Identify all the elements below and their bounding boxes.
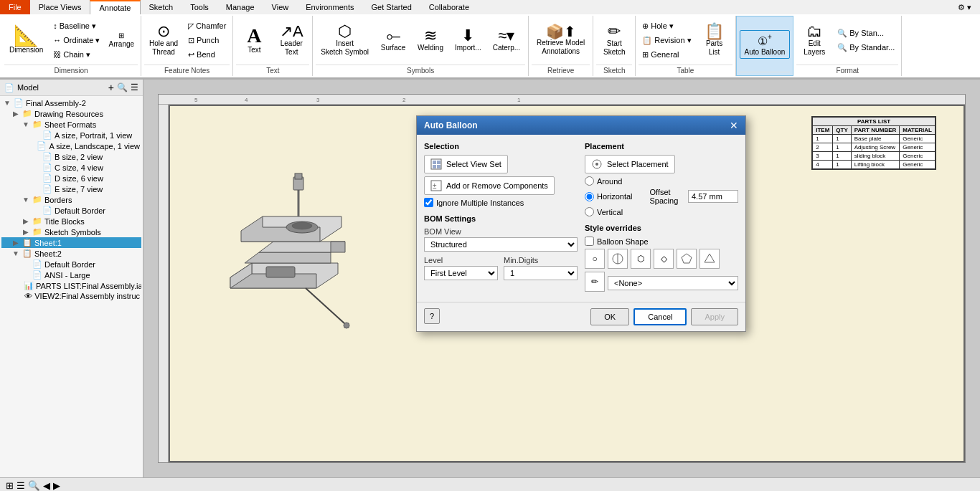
group-symbols-content: ⬡ InsertSketch Symbol ⟜ Surface ≋ Weldin… bbox=[316, 17, 525, 63]
arrange-button[interactable]: ⊞ Arrange bbox=[105, 29, 138, 51]
help-button[interactable]: ? bbox=[424, 308, 440, 324]
tree-item-a-portrait[interactable]: 📄 A size, Portrait, 1 view bbox=[1, 130, 141, 140]
dimension-icon: 📐 bbox=[14, 26, 39, 46]
tree-item-drawing-resources[interactable]: ▶ 📁 Drawing Resources bbox=[1, 108, 141, 119]
tab-environments[interactable]: Environments bbox=[297, 0, 362, 14]
vertical-radio[interactable] bbox=[585, 207, 594, 216]
tab-tools[interactable]: Tools bbox=[182, 0, 217, 14]
level-select[interactable]: First Level All Levels bbox=[424, 266, 498, 280]
ok-button[interactable]: OK bbox=[590, 308, 629, 325]
shape-circle-button[interactable]: ○ bbox=[585, 249, 605, 269]
tree-item-a-landscape[interactable]: 📄 A size, Landscape, 1 view bbox=[1, 140, 141, 151]
panel-menu-button[interactable]: ☰ bbox=[131, 82, 138, 92]
tree-item-c-size[interactable]: 📄 C size, 4 view bbox=[1, 162, 141, 173]
hole-table-button[interactable]: ⊕ Hole ▾ bbox=[639, 19, 694, 33]
tab-manage[interactable]: Manage bbox=[217, 0, 263, 14]
surface-button[interactable]: ⟜ Surface bbox=[375, 26, 411, 54]
status-sheets-button[interactable]: ☰ bbox=[17, 480, 25, 491]
shape-pentagon-button[interactable] bbox=[677, 249, 697, 269]
caterpillar-button[interactable]: ≈▾ Caterp... bbox=[488, 26, 525, 54]
tree-item-default-border[interactable]: 📄 Default Border bbox=[1, 205, 141, 216]
status-zoom-button[interactable]: 🔍 bbox=[28, 480, 40, 491]
revision-button[interactable]: 📋 Revision ▾ bbox=[639, 34, 694, 47]
parts-list-button[interactable]: 📋 PartsList bbox=[697, 22, 732, 59]
by-standard-dropdown-button[interactable]: 🔍 By Stan... bbox=[834, 27, 898, 40]
dialog-close-button[interactable]: ✕ bbox=[730, 120, 738, 131]
dimension-button[interactable]: 📐 Dimension bbox=[4, 24, 48, 57]
chamfer-button[interactable]: ◸ Chamfer bbox=[184, 19, 230, 33]
apply-button[interactable]: Apply bbox=[691, 308, 738, 325]
tab-extra[interactable]: ⚙ ▾ bbox=[949, 0, 980, 14]
min-digits-select[interactable]: 1 2 3 bbox=[504, 266, 578, 280]
punch-button[interactable]: ⊡ Punch bbox=[184, 34, 230, 47]
hole-thread-button[interactable]: ⊙ Hole andThread bbox=[144, 22, 183, 59]
tree-item-ansi-large[interactable]: 📄 ANSI - Large bbox=[1, 270, 141, 280]
tab-view[interactable]: View bbox=[263, 0, 298, 14]
status-nav-right[interactable]: ▶ bbox=[53, 480, 60, 491]
add-remove-components-button[interactable]: ± Add or Remove Components bbox=[424, 176, 555, 195]
ignore-multiple-checkbox[interactable] bbox=[424, 198, 433, 207]
tree-item-final-assembly-2[interactable]: ▼ 📄 Final Assembly-2 bbox=[1, 97, 141, 108]
tree-item-label: ANSI - Large bbox=[44, 271, 90, 280]
insert-sketch-symbol-button[interactable]: ⬡ InsertSketch Symbol bbox=[316, 22, 374, 59]
retrieve-icon: 📦⬆ bbox=[546, 24, 576, 39]
select-view-set-button[interactable]: Select View Set bbox=[424, 155, 508, 173]
general-button[interactable]: ⊞ General bbox=[639, 48, 694, 62]
tree-item-d-size[interactable]: 📄 D size, 6 view bbox=[1, 173, 141, 183]
expand-icon: ▼ bbox=[22, 196, 30, 204]
select-placement-button[interactable]: Select Placement bbox=[585, 155, 675, 173]
tab-sketch[interactable]: Sketch bbox=[141, 0, 182, 14]
edit-layers-button[interactable]: 🗂 EditLayers bbox=[796, 22, 832, 59]
svg-point-18 bbox=[344, 323, 349, 328]
shape-edit-button[interactable]: ✏ bbox=[585, 272, 605, 292]
tree-item-b-size[interactable]: 📄 B size, 2 view bbox=[1, 151, 141, 162]
placement-radio-group: Around Horizontal Offset Spacing bbox=[585, 176, 738, 216]
tree-item-parts-list[interactable]: 📊 PARTS LIST:Final Assembly.ia bbox=[1, 280, 141, 291]
shape-hex-button[interactable]: ⬡ bbox=[631, 249, 651, 269]
table-row: 41Lifting blockGeneric bbox=[813, 161, 936, 169]
tab-collaborate[interactable]: Collaborate bbox=[420, 0, 478, 14]
format-col: 🔍 By Stan... 🔍 By Standar... bbox=[834, 27, 898, 54]
bend-button[interactable]: ↩ Bend bbox=[184, 48, 230, 62]
tree-item-sheet-formats[interactable]: ▼ 📁 Sheet Formats bbox=[1, 119, 141, 130]
style-select[interactable]: <None> bbox=[608, 276, 738, 290]
offset-spacing-input[interactable] bbox=[688, 190, 738, 203]
cancel-button[interactable]: Cancel bbox=[633, 308, 687, 325]
balloon-shape-checkbox[interactable] bbox=[585, 237, 594, 246]
import-button[interactable]: ⬇ Import... bbox=[450, 26, 486, 54]
panel-add-button[interactable]: + bbox=[108, 82, 114, 93]
status-nav-left[interactable]: ◀ bbox=[43, 480, 50, 491]
around-radio[interactable] bbox=[585, 176, 594, 186]
welding-button[interactable]: ≋ Welding bbox=[413, 26, 448, 54]
tab-annotate[interactable]: Annotate bbox=[90, 0, 140, 14]
auto-balloon-button[interactable]: ①+ Auto Balloon bbox=[740, 30, 791, 59]
tree-item-sketch-symbols[interactable]: ▶ 📁 Sketch Symbols bbox=[1, 227, 141, 237]
tree-item-view2[interactable]: 👁 VIEW2:Final Assembly instruc bbox=[1, 291, 141, 301]
tree-item-title-blocks[interactable]: ▶ 📁 Title Blocks bbox=[1, 216, 141, 227]
tree-item-sheet-1[interactable]: ▶ 📋 Sheet:1 bbox=[1, 237, 141, 248]
status-grid-button[interactable]: ⊞ bbox=[6, 480, 14, 491]
retrieve-model-annotations-button[interactable]: 📦⬆ Retrieve ModelAnnotations bbox=[532, 22, 590, 58]
ordinate-button[interactable]: ↔ Ordinate ▾ bbox=[50, 34, 103, 47]
horizontal-radio[interactable] bbox=[585, 192, 594, 201]
start-sketch-button[interactable]: ✏ StartSketch bbox=[596, 22, 632, 59]
tab-place-views[interactable]: Place Views bbox=[30, 0, 90, 14]
tab-get-started[interactable]: Get Started bbox=[363, 0, 420, 14]
chain-button[interactable]: ⛓ Chain ▾ bbox=[50, 48, 103, 62]
horizontal-radio-item: Horizontal Offset Spacing bbox=[585, 188, 738, 205]
by-standard-2-button[interactable]: 🔍 By Standar... bbox=[834, 41, 898, 54]
shape-arrow-button[interactable] bbox=[699, 249, 720, 269]
tab-file[interactable]: File bbox=[0, 0, 30, 14]
leader-text-button[interactable]: ↗A LeaderText bbox=[273, 22, 309, 59]
vertical-radio-item: Vertical bbox=[585, 207, 738, 216]
panel-search-button[interactable]: 🔍 bbox=[117, 82, 128, 92]
text-button[interactable]: A Text bbox=[236, 24, 272, 57]
tree-item-borders[interactable]: ▼ 📁 Borders bbox=[1, 194, 141, 205]
tree-item-e-size[interactable]: 📄 E size, 7 view bbox=[1, 183, 141, 194]
bom-view-select[interactable]: Structured Parts Only All Levels bbox=[424, 237, 578, 252]
tree-item-sheet-2[interactable]: ▼ 📋 Sheet:2 bbox=[1, 248, 141, 259]
shape-circle-split-button[interactable] bbox=[608, 249, 628, 269]
shape-diamond-button[interactable]: ◇ bbox=[654, 249, 674, 269]
baseline-button[interactable]: ↕ Baseline ▾ bbox=[50, 19, 103, 33]
tree-item-default-border-2[interactable]: 📄 Default Border bbox=[1, 259, 141, 270]
